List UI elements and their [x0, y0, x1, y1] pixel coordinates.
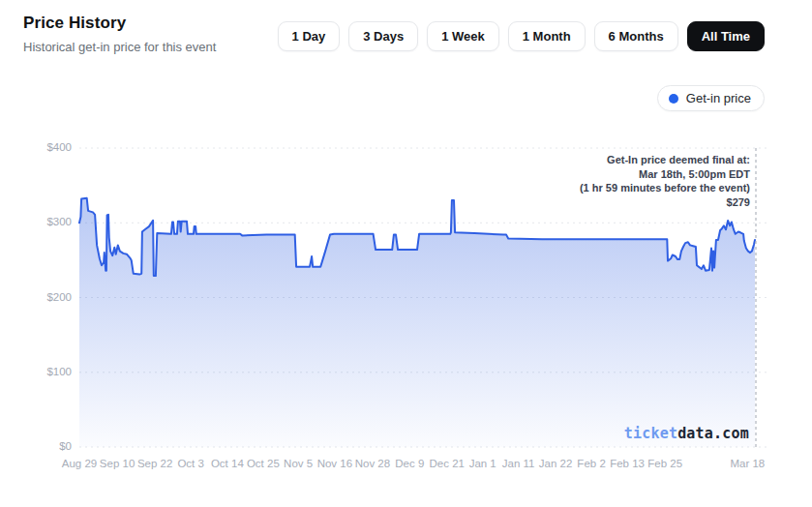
x-tick-label: Nov 5	[284, 458, 313, 469]
annotation-final-price: $279	[580, 195, 750, 210]
y-tick-label: $0	[23, 440, 72, 452]
y-tick-label: $100	[23, 366, 72, 377]
page-title: Price History	[23, 14, 216, 33]
range-button-1-month[interactable]: 1 Month	[508, 21, 586, 51]
range-button-3-days[interactable]: 3 Days	[348, 21, 418, 51]
price-area	[79, 198, 755, 447]
watermark-data-com: data.com	[677, 425, 749, 442]
x-tick-label: Sep 22	[137, 458, 172, 469]
watermark-ticket: ticket	[624, 425, 677, 442]
annotation-line: Mar 18th, 5:00pm EDT	[580, 167, 750, 182]
y-tick-label: $400	[23, 141, 72, 153]
x-tick-label: Jan 1	[469, 458, 496, 469]
x-tick-label: Jan 22	[539, 458, 573, 469]
range-button-all-time[interactable]: All Time	[687, 21, 765, 51]
y-tick-label: $200	[23, 291, 72, 303]
range-button-1-day[interactable]: 1 Day	[278, 21, 341, 51]
chart-header: Price History Historical get-in price fo…	[23, 14, 216, 54]
x-tick-label: Oct 25	[247, 458, 280, 469]
annotation-line: Get-In price deemed final at:	[580, 153, 750, 167]
legend-dot-icon	[669, 94, 678, 104]
y-tick-label: $300	[23, 216, 72, 227]
ticketdata-watermark: ticketdata.com	[624, 425, 749, 442]
x-tick-label: Dec 9	[395, 458, 424, 469]
x-tick-label: Nov 16	[317, 458, 352, 469]
x-tick-label: Dec 21	[429, 458, 464, 469]
legend-get-in-price[interactable]: Get-in price	[657, 85, 765, 111]
x-tick-label: Oct 3	[177, 458, 203, 469]
x-tick-label: Feb 25	[647, 458, 682, 469]
x-tick-label: Sep 10	[100, 458, 135, 469]
x-tick-label: Mar 18	[730, 458, 765, 469]
range-button-6-months[interactable]: 6 Months	[594, 21, 678, 51]
final-price-annotation: Get-In price deemed final at: Mar 18th, …	[580, 153, 750, 209]
legend-label: Get-in price	[686, 91, 751, 105]
range-button-1-week[interactable]: 1 Week	[427, 21, 499, 51]
x-tick-label: Aug 29	[62, 458, 97, 469]
page-subtitle: Historical get-in price for this event	[23, 40, 216, 54]
x-tick-label: Feb 2	[577, 458, 605, 469]
x-tick-label: Nov 28	[355, 458, 390, 469]
x-tick-label: Jan 11	[502, 458, 535, 469]
time-range-selector: 1 Day 3 Days 1 Week 1 Month 6 Months All…	[278, 21, 765, 51]
x-tick-label: Oct 14	[211, 458, 244, 469]
x-tick-label: Feb 13	[610, 458, 645, 469]
annotation-line: (1 hr 59 minutes before the event)	[580, 181, 750, 195]
